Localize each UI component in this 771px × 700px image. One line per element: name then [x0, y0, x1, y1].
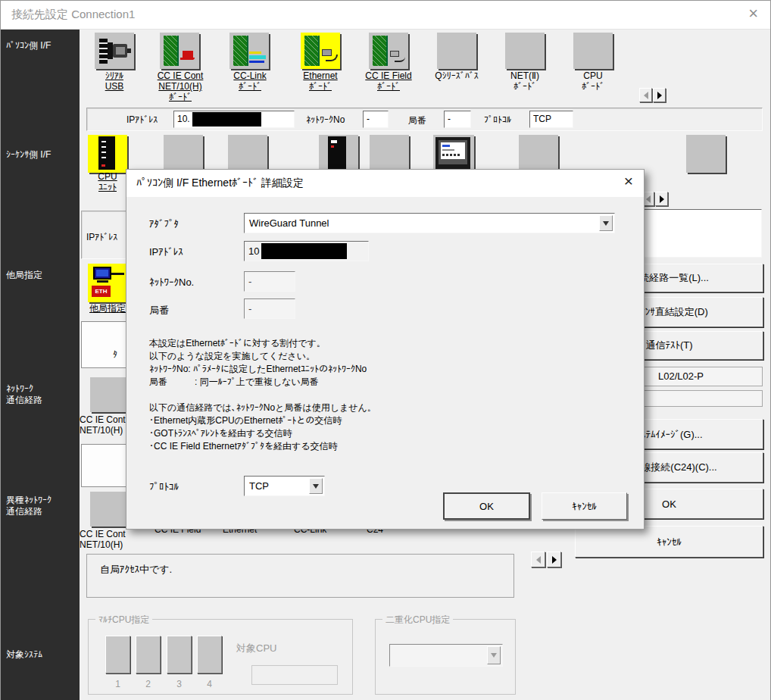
cpu-tower-shape [98, 136, 115, 170]
dual-cpu-group-title: 二重化CPU指定 [382, 614, 453, 627]
dialog-station-field: - [244, 298, 295, 319]
cancel-button-label: ｷｬﾝｾﾙ [657, 536, 682, 548]
left-arrow-icon [536, 556, 541, 564]
pc-if-ethernet-icon[interactable] [301, 33, 340, 69]
pc-if-scroll-right-button[interactable] [653, 88, 666, 102]
plc-if-scroll-right-button[interactable] [655, 192, 668, 206]
plc-if-item-icon[interactable] [370, 135, 409, 173]
pc-protocol-field: TCP [529, 111, 573, 128]
window-close-icon[interactable]: × [748, 4, 758, 23]
dialog-title: ﾊﾟｿｺﾝ側 I/F Ethernetﾎﾞｰﾄﾞ 詳細設定 [136, 177, 304, 190]
cpu-model-value: L02/L02-P [658, 370, 704, 382]
dialog-info-line: 以下のような設定を実施してください。 [149, 350, 315, 363]
got-frame [435, 137, 470, 169]
dialog-ok-button[interactable]: OK [443, 492, 530, 520]
dialog-protocol-value: TCP [249, 480, 269, 492]
cyan-cable-shape [249, 55, 266, 59]
dialog-cancel-button-label: ｷｬﾝｾﾙ [572, 501, 597, 512]
dialog-info-line: ･CC IE Field Ethernetｱﾀﾞﾌﾟﾀを経由する交信時 [149, 440, 338, 453]
multi-cpu-slot-3-button [167, 636, 192, 673]
pc-network-no-field: - [363, 111, 389, 128]
chevron-down-icon [603, 221, 609, 226]
connector-shape [390, 51, 399, 57]
eth-module-shape: ETH [92, 286, 111, 297]
pc-if-cpu-board-icon[interactable] [573, 33, 613, 69]
pc-if-scroll-left-button[interactable] [639, 88, 652, 102]
pc-if-net2-board-icon[interactable] [505, 33, 545, 69]
pc-if-cc-ie-cont-icon[interactable] [160, 33, 199, 69]
adapter-value: WireGuard Tunnel [249, 217, 329, 229]
right-arrow-icon [552, 556, 557, 564]
pc-if-net2-board-label: NET(Ⅱ) ﾎﾞｰﾄﾞ [489, 70, 561, 92]
pc-if-cc-ie-field-label[interactable]: CC IE Field ﾎﾞｰﾄﾞ [352, 70, 425, 92]
network-route-icon[interactable] [90, 377, 126, 412]
target-cpu-label: 対象CPU [236, 642, 276, 655]
dialog-cancel-button[interactable]: ｷｬﾝｾﾙ [542, 492, 627, 520]
pc-if-ethernet-label[interactable]: Ethernet ﾎﾞｰﾄﾞ [284, 70, 357, 92]
status-scroll-left-button[interactable] [531, 552, 545, 567]
pc-ip-label: IPｱﾄﾞﾚｽ [126, 114, 158, 125]
pcb-board-shape [304, 36, 320, 66]
pc-if-cc-ie-cont-label[interactable]: CC IE Cont NET/10(H) ﾎﾞｰﾄﾞ [144, 70, 217, 102]
dialog-info-line: ﾈｯﾄﾜｰｸNo: ﾊﾟﾗﾒｰﾀに設定したEthernetﾕﾆｯﾄのﾈｯﾄﾜｰｸ… [149, 363, 367, 376]
cancel-button[interactable]: ｷｬﾝｾﾙ [575, 526, 763, 558]
dialog-ip-field[interactable]: 10 [244, 241, 369, 261]
redaction-block [261, 243, 347, 259]
plc-if-cpu-unit-icon[interactable] [88, 135, 127, 173]
system-image-button-label: ｼｽﾃﾑｲﾒｰｼﾞ(G)... [635, 429, 702, 440]
plc-if-module-icon[interactable] [319, 135, 358, 173]
cpu-slits [101, 141, 106, 162]
cable-shape [111, 273, 124, 275]
pc-network-no-label: ﾈｯﾄﾜｰｸNo [306, 114, 345, 125]
plc-if-item-icon[interactable] [164, 135, 203, 173]
pc-network-no-value: - [367, 114, 370, 124]
got-screen-dashes [442, 154, 460, 156]
transfer-setup-window: 接続先設定 Connection1 × ﾊﾟｿｺﾝ側 I/F ｼｰｹﾝｻ側 I/… [0, 0, 771, 700]
hetero-route-icon[interactable] [90, 492, 126, 527]
multi-cpu-slot-1-button [105, 636, 130, 673]
pc-if-cc-link-label[interactable]: CC-Link ﾎﾞｰﾄﾞ [214, 70, 286, 92]
pc-ip-field: 10. [173, 111, 295, 128]
sidebar-item-target-system: 対象ｼｽﾃﾑ [6, 649, 42, 661]
pc-if-cc-link-icon[interactable] [229, 33, 269, 69]
pc-if-cc-ie-field-icon[interactable] [369, 33, 408, 69]
dropdown-button[interactable] [599, 215, 613, 231]
dialog-protocol-dropdown[interactable]: TCP [244, 476, 325, 496]
plc-if-got-icon[interactable] [433, 135, 474, 173]
plc-if-cpu-unit-label[interactable]: CPU ﾕﾆｯﾄ [85, 171, 130, 192]
monitor-shape [93, 267, 111, 280]
red-cable-shape [180, 58, 195, 60]
dialog-station-label: 局番 [149, 304, 169, 317]
dialog-close-icon[interactable]: × [624, 172, 633, 190]
plc-if-item-icon[interactable] [686, 135, 726, 173]
got-screen-bar [442, 145, 450, 147]
window-titlebar: 接続先設定 Connection1 × [1, 1, 770, 30]
pcb-board-shape [233, 36, 248, 66]
right-arrow-icon [660, 195, 664, 203]
dialog-station-value: - [248, 303, 251, 314]
sidebar-item-plc-if: ｼｰｹﾝｻ側 I/F [6, 149, 51, 161]
adapter-dropdown[interactable]: WireGuard Tunnel [244, 213, 615, 233]
status-scroll-right-button[interactable] [547, 552, 561, 567]
left-arrow-icon [646, 195, 651, 203]
dropdown-button[interactable] [309, 478, 323, 494]
dialog-info-line: ･GOTﾄﾗﾝｽﾍﾟｱﾚﾝﾄを経由する交信時 [149, 427, 292, 440]
right-arrow-icon [657, 92, 662, 99]
pc-station-label: 局番 [408, 114, 426, 127]
plc-if-item-icon[interactable] [228, 135, 267, 173]
dialog-ip-value: 10 [248, 245, 259, 257]
pcb-board-shape [164, 36, 179, 66]
plc-if-item-icon[interactable] [519, 135, 558, 173]
pc-if-serial-usb-label[interactable]: ｼﾘｱﾙ USB [78, 70, 151, 92]
dropdown-button [487, 646, 501, 664]
chevron-down-icon [491, 653, 497, 658]
pc-if-q-series-bus-icon[interactable] [437, 33, 476, 69]
module-tower-shape [328, 136, 346, 170]
blue-wire-shape [249, 61, 264, 63]
other-station-icon[interactable]: ETH [88, 264, 127, 302]
status-message: 自局ｱｸｾｽ中です. [100, 563, 172, 577]
usb-stub [127, 48, 131, 53]
multi-cpu-group: ﾏﾙﾁCPU指定 1 2 3 4 対象CPU [88, 619, 353, 695]
pc-if-q-series-bus-label: Qｼﾘｰｽﾞﾊﾞｽ [420, 70, 493, 81]
pc-if-serial-usb-icon[interactable] [95, 33, 134, 69]
